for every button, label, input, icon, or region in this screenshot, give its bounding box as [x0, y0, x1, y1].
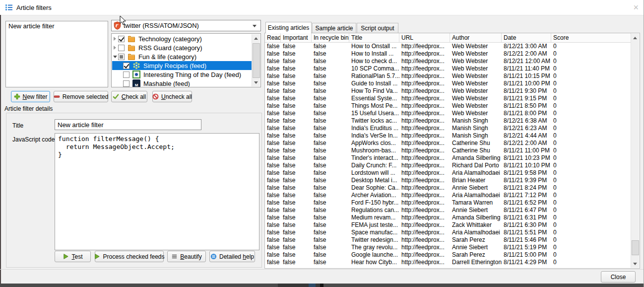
checkbox-unchecked[interactable]	[118, 45, 125, 51]
table-row[interactable]: falsefalsefalseLordstown will ...http://…	[265, 169, 631, 177]
javascript-code-editor[interactable]: function filterMessage() { return Messag…	[55, 133, 259, 250]
process-checked-feeds-button[interactable]: Process checked feeds	[95, 251, 164, 262]
column-header-title[interactable]: Title	[349, 33, 399, 43]
tab-sample-article[interactable]: Sample article	[312, 23, 356, 33]
table-row[interactable]: falsefalsefalseGoogle launche...http://f…	[265, 251, 631, 259]
tab-script-output[interactable]: Script output	[357, 23, 398, 33]
table-row[interactable]: falsefalsefalseIndia's VerSe In...http:/…	[265, 132, 631, 140]
detailed-help-button[interactable]: Detailed help	[209, 251, 255, 262]
table-row[interactable]: falsefalsefalseThings Most Pe...http://f…	[265, 102, 631, 110]
filter-list-item[interactable]: New article filter	[6, 21, 108, 31]
table-row[interactable]: falsefalsefalseDaily Crunch: F...http://…	[265, 162, 631, 169]
table-row[interactable]: falsefalsefalseEssential Syste...http://…	[265, 95, 631, 102]
cell-url: http://feedprox...	[399, 125, 450, 132]
article-filters-list-icon	[5, 3, 13, 11]
test-button[interactable]: Test	[55, 251, 91, 262]
table-row[interactable]: falsefalsefalseTwitter redesign...http:/…	[265, 236, 631, 244]
table-row[interactable]: falsefalsefalseRegulations can...http://…	[265, 207, 631, 214]
cell-important: false	[281, 229, 312, 236]
scroll-down-icon[interactable]	[631, 260, 639, 268]
table-row[interactable]: falsefalsefalseDear Sophie: Ca...http://…	[265, 184, 631, 192]
table-scrollbar[interactable]	[631, 34, 639, 268]
scrollbar-thumb[interactable]	[632, 240, 639, 255]
close-button[interactable]: Close	[601, 271, 636, 283]
table-row[interactable]: falsefalsefalseIndia's Eruditus ...http:…	[265, 125, 631, 132]
table-row[interactable]: falsefalsefalseMushroom-bas...http://fee…	[265, 147, 631, 154]
cell-url: http://feedprox...	[399, 177, 450, 184]
scroll-down-icon[interactable]	[252, 78, 260, 86]
tree-item[interactable]: Simply Recipes (feed)	[112, 61, 252, 70]
remove-selected-button[interactable]: Remove selected	[54, 91, 108, 102]
column-header-important[interactable]: Important	[281, 33, 312, 43]
cell-author: Web Webster	[450, 102, 502, 110]
cell-recycle: false	[312, 221, 349, 229]
table-row[interactable]: falsefalsefalseAppWorks clos...http://fe…	[265, 140, 631, 147]
cell-title: Space manufac...	[349, 229, 399, 236]
table-row[interactable]: falsefalsefalseFEMA just teste...http://…	[265, 221, 631, 229]
tree-item[interactable]: Fun & life (category)	[112, 52, 252, 61]
cell-title: Tinder's interact...	[349, 154, 399, 162]
cell-author: Sarah Perez	[450, 236, 502, 244]
table-row[interactable]: falsefalsefalseGuide to Install ...http:…	[265, 80, 631, 87]
table-row[interactable]: falsefalsefalseThe gray revolu...http://…	[265, 244, 631, 251]
checkbox-unchecked[interactable]	[123, 72, 129, 78]
title-input[interactable]	[55, 119, 201, 130]
tab-existing-articles[interactable]: Existing articles	[265, 22, 312, 33]
cell-url: http://feedprox...	[399, 58, 450, 65]
column-header-url[interactable]: URL	[399, 33, 450, 43]
table-row[interactable]: falsefalsefalseSpace manufac...http://fe…	[265, 229, 631, 236]
table-row[interactable]: falsefalsefalse15 Useful Usera...http://…	[265, 110, 631, 117]
tree-item[interactable]: MMashable (feed)	[112, 79, 252, 87]
expander-collapsed-icon[interactable]	[113, 37, 118, 41]
scroll-up-icon[interactable]	[631, 34, 639, 42]
tree-item-label: Simply Recipes (feed)	[143, 62, 206, 70]
feed-tree[interactable]: Technology (category)RSS Guard (category…	[111, 33, 261, 87]
cell-title: How To Find Va...	[349, 87, 399, 95]
cell-date: 8/11/21 9:58 PM	[502, 169, 551, 177]
checkbox-unchecked[interactable]	[123, 80, 129, 87]
table-row[interactable]: falsefalsefalseRationalPlan 5.7...http:/…	[265, 72, 631, 80]
expander-collapsed-icon[interactable]	[113, 46, 118, 50]
cell-important: false	[281, 147, 312, 154]
cell-date: 8/11/21 6:30 PM	[502, 221, 551, 229]
scrollbar-thumb[interactable]	[253, 43, 260, 78]
cell-read: false	[265, 236, 281, 244]
window-title: Article filters	[16, 4, 52, 11]
table-row[interactable]: falsefalsefalseHear how Cityb...http://f…	[265, 259, 631, 266]
table-row[interactable]: falsefalsefalseHow to Install ...http://…	[265, 50, 631, 58]
table-row[interactable]: falsefalsefalseMedium revam...http://fee…	[265, 214, 631, 221]
check-all-button[interactable]: Check all	[111, 91, 147, 102]
table-row[interactable]: falsefalsefalse10 SCP Comma...http://fee…	[265, 65, 631, 72]
tree-scrollbar[interactable]	[252, 34, 260, 86]
table-row[interactable]: falsefalsefalseTinder's interact...http:…	[265, 154, 631, 162]
uncheck-all-button[interactable]: Uncheck all	[152, 91, 192, 102]
table-row[interactable]: falsefalsefalseTwitter locks ac...http:/…	[265, 117, 631, 125]
scroll-up-icon[interactable]	[252, 34, 260, 42]
table-row[interactable]: falsefalsefalseHow to Onstall ...http://…	[265, 43, 631, 50]
checkbox-checked[interactable]	[123, 63, 129, 69]
checkbox-checked[interactable]	[118, 36, 125, 42]
new-filter-button[interactable]: New filter	[11, 91, 50, 102]
table-row[interactable]: falsefalsefalseFord F-150 hybr...http://…	[265, 199, 631, 207]
column-header-author[interactable]: Author	[450, 33, 502, 43]
table-row[interactable]: falsefalsefalseArcher Aviation...http://…	[265, 192, 631, 199]
table-row[interactable]: falsefalsefalseDesktop Metal i...http://…	[265, 177, 631, 184]
table-row[interactable]: falsefalsefalseHow to check d...http://f…	[265, 58, 631, 65]
filters-list[interactable]: New article filter	[5, 21, 108, 87]
account-dropdown[interactable]: twitter (RSS/ATOM/JSON)	[111, 20, 261, 31]
tree-item[interactable]: Interesting Thing of the Day (feed)	[112, 70, 252, 79]
table-row[interactable]: falsefalsefalseHow To Find Va...http://f…	[265, 87, 631, 95]
expander-expanded-icon[interactable]	[113, 56, 118, 58]
tree-item[interactable]: Technology (category)	[112, 34, 252, 43]
tree-item[interactable]: RSS Guard (category)	[112, 43, 252, 52]
column-header-date[interactable]: Date	[502, 33, 551, 43]
cell-read: false	[265, 65, 281, 72]
checkbox-partial[interactable]	[118, 54, 125, 60]
column-header-read[interactable]: Read	[265, 33, 281, 43]
cell-read: false	[265, 125, 281, 132]
cell-author: Web Webster	[450, 50, 502, 58]
close-icon[interactable]: ×	[633, 1, 639, 13]
column-header-score[interactable]: Score	[551, 33, 631, 43]
beautify-button[interactable]: Beautify	[167, 251, 206, 262]
column-header-in-recycle-bin[interactable]: In recycle bin	[312, 33, 349, 43]
